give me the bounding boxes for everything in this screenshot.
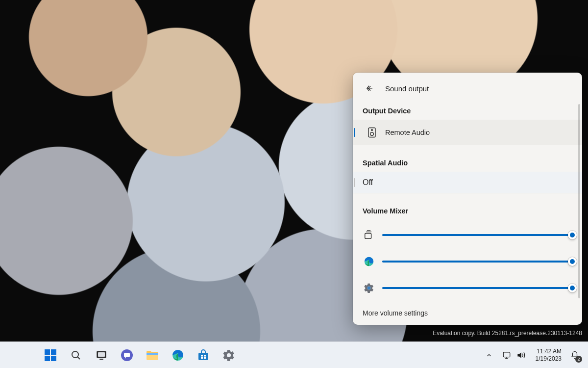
- settings-button[interactable]: [218, 345, 240, 366]
- mixer-slider-edge[interactable]: [382, 257, 572, 266]
- store-icon: [197, 349, 210, 362]
- svg-rect-24: [503, 352, 510, 357]
- taskbar-clock[interactable]: 11:42 AM 1/19/2023: [533, 348, 564, 363]
- taskbar-date: 1/19/2023: [536, 355, 562, 363]
- start-icon: [44, 349, 57, 362]
- svg-rect-15: [124, 353, 130, 357]
- svg-rect-19: [198, 353, 208, 360]
- spatial-audio-option[interactable]: Off: [353, 172, 582, 193]
- tray-quick-settings[interactable]: [497, 348, 531, 362]
- mixer-row-edge: [360, 248, 575, 275]
- search-icon: [70, 349, 82, 361]
- explorer-icon: [146, 349, 159, 361]
- volume-icon: [516, 350, 526, 360]
- svg-rect-7: [45, 356, 50, 361]
- more-volume-settings-link[interactable]: More volume settings: [353, 302, 582, 325]
- start-button[interactable]: [39, 345, 62, 366]
- sound-output-flyout: Sound output Output Device Remote Audio …: [353, 73, 582, 325]
- taskbar-time: 11:42 AM: [536, 348, 562, 355]
- build-watermark: Evaluation copy. Build 25281.rs_prerelea…: [433, 329, 582, 338]
- notifications-button[interactable]: 2: [566, 347, 583, 364]
- arrow-left-icon: [365, 84, 374, 93]
- svg-rect-20: [201, 355, 203, 357]
- flyout-body: Output Device Remote Audio Spatial Audio…: [353, 102, 582, 302]
- chat-button[interactable]: [116, 345, 138, 366]
- volume-mixer: [353, 220, 582, 302]
- taskview-button[interactable]: [90, 345, 113, 366]
- explorer-button[interactable]: [141, 345, 164, 366]
- remote-desktop-icon: [502, 351, 511, 360]
- svg-rect-8: [51, 356, 56, 361]
- store-button[interactable]: [192, 345, 215, 366]
- edge-icon: [363, 255, 375, 268]
- notification-badge: 2: [575, 356, 582, 363]
- search-button[interactable]: [65, 345, 87, 366]
- svg-rect-23: [204, 357, 206, 359]
- spatial-audio-value: Off: [363, 178, 373, 187]
- svg-point-2: [370, 132, 374, 136]
- svg-rect-22: [201, 357, 203, 359]
- svg-rect-13: [99, 359, 103, 360]
- chevron-up-icon: [486, 352, 492, 359]
- chat-icon: [121, 349, 133, 362]
- mixer-row-system: [360, 222, 575, 248]
- back-button[interactable]: [363, 81, 376, 95]
- spatial-audio-label: Spatial Audio: [353, 154, 582, 172]
- svg-rect-5: [45, 349, 50, 355]
- svg-rect-17: [147, 353, 158, 355]
- gear-icon: [363, 282, 375, 294]
- taskview-icon: [96, 349, 107, 361]
- svg-rect-6: [51, 349, 56, 355]
- cast-icon: [363, 229, 375, 241]
- output-device-label: Output Device: [353, 102, 582, 120]
- output-device-option[interactable]: Remote Audio: [353, 120, 582, 145]
- speaker-device-icon: [366, 126, 378, 139]
- mixer-slider-settings[interactable]: [382, 284, 572, 292]
- taskbar: 11:42 AM 1/19/2023 2: [0, 342, 588, 368]
- flyout-scrollbar[interactable]: [578, 104, 580, 298]
- svg-rect-12: [98, 352, 105, 357]
- volume-mixer-label: Volume Mixer: [353, 202, 582, 220]
- flyout-header: Sound output: [353, 73, 582, 102]
- system-tray: 11:42 AM 1/19/2023 2: [483, 347, 583, 364]
- flyout-title: Sound output: [385, 84, 429, 93]
- mixer-slider-system[interactable]: [382, 231, 572, 239]
- tray-overflow-button[interactable]: [483, 349, 495, 362]
- output-device-value: Remote Audio: [385, 129, 430, 136]
- mixer-row-settings: [360, 275, 575, 301]
- edge-icon: [172, 349, 184, 362]
- svg-rect-21: [204, 355, 206, 357]
- taskbar-pinned-apps: [39, 345, 240, 366]
- gear-icon: [222, 349, 235, 362]
- svg-rect-3: [365, 233, 371, 238]
- svg-point-1: [371, 130, 373, 131]
- edge-button[interactable]: [167, 345, 189, 366]
